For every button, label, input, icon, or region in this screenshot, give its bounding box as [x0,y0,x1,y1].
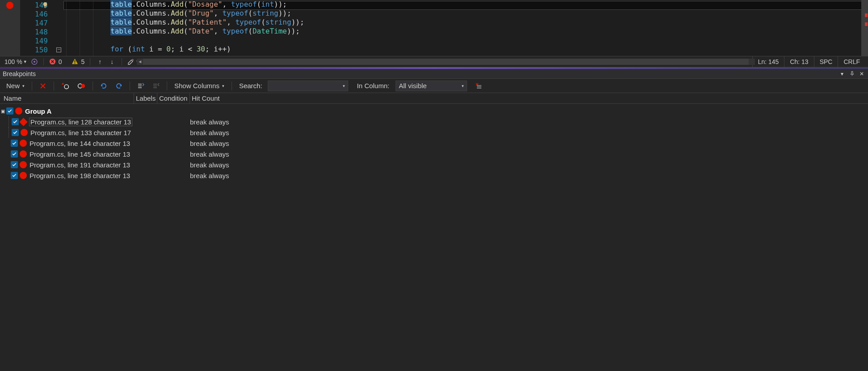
health-indicator-icon[interactable] [31,58,38,65]
close-icon[interactable]: ✕ [858,70,865,77]
cursor-column[interactable]: Ch: 13 [784,56,813,67]
search-input[interactable]: ▾ [268,81,348,91]
code-token: string [265,18,291,26]
breakpoint-row[interactable]: Program.cs, line 198 character 13break a… [0,170,868,181]
code-token: Add [171,18,184,26]
breakpoint-row[interactable]: Program.cs, line 191 character 13break a… [0,159,868,170]
go-to-disassembly-icon[interactable] [150,81,162,91]
breakpoint-name: Program.cs, line 133 character 17 [30,129,131,136]
checkbox[interactable] [6,107,13,115]
arrow-up-icon[interactable]: ↑ [96,58,104,65]
checkbox[interactable] [12,129,19,136]
hit-count: break always [190,118,229,126]
collapse-icon[interactable]: ▣ [0,108,5,114]
delete-breakpoint-icon[interactable] [37,81,49,91]
breakpoint-row[interactable]: Program.cs, line 128 character 13break a… [0,116,868,127]
code-token: , [222,0,231,9]
panel-titlebar[interactable]: Breakpoints ▾ ✕ [0,69,868,79]
code-token: "Dosage" [188,0,222,9]
svg-rect-6 [75,63,76,64]
go-to-source-icon[interactable] [135,81,147,91]
checkbox[interactable] [11,161,18,168]
code-line[interactable]: table.Columns.Add("Date", typeof(DateTim… [110,27,304,36]
code-line[interactable]: table.Columns.Add("Dosage", typeof(int))… [110,0,304,9]
horizontal-scrollbar[interactable]: ◄ ► [143,59,749,65]
hit-count: break always [190,161,229,169]
breakpoint-name: Program.cs, line 191 character 13 [29,161,130,169]
line-ending[interactable]: CRLF [838,56,865,67]
code-token: i [149,45,158,53]
export-icon[interactable] [97,81,110,91]
chevron-down-icon: ▾ [462,84,464,88]
breakpoint-row[interactable]: Program.cs, line 133 character 17break a… [0,127,868,138]
vertical-scrollbar[interactable] [861,0,868,56]
reset-search-icon[interactable] [472,81,485,91]
breakpoint-row[interactable]: Program.cs, line 145 character 13break a… [0,149,868,159]
outline-gutter[interactable] [55,0,63,56]
collapse-toggle-icon[interactable] [56,47,61,52]
code-token: ( [184,0,188,9]
import-icon[interactable] [113,81,125,91]
breakpoint-icon [15,107,22,115]
panel-title-text: Breakpoints [3,70,36,77]
checkbox[interactable] [11,140,18,147]
column-header-labels[interactable]: Labels [134,93,157,103]
code-token: , [214,27,222,35]
breakpoints-column-headers[interactable]: Name Labels Condition Hit Count [0,93,868,104]
line-number: 147 [35,19,48,27]
toggle-all-breakpoints-icon[interactable] [75,81,88,91]
code-text[interactable]: table.Columns.Add("Dosage", typeof(int))… [110,0,304,54]
code-token: int [261,0,274,9]
arrow-down-icon[interactable]: ↓ [108,58,116,65]
code-token: table [110,27,132,35]
breakpoint-glyph[interactable] [6,2,13,9]
breakpoints-tree[interactable]: ▣Group AProgram.cs, line 128 character 1… [0,104,868,183]
column-header-hitcount[interactable]: Hit Count [190,93,230,103]
code-token: ( [184,9,188,17]
code-editor[interactable]: 145 146 147 148 149 150 table.Columns.Ad… [0,0,868,56]
line-number: 150 [35,46,48,54]
breakpoints-toolbar: New ▾ Show Columns ▾ [0,79,868,93]
checkbox[interactable] [11,150,18,158]
zoom-level-dropdown[interactable]: 100 % ▼ [4,58,27,65]
hit-count: break always [190,140,229,147]
code-token: "Drug" [188,9,214,17]
checkbox[interactable] [11,172,18,179]
breakpoint-row[interactable]: Program.cs, line 144 character 13break a… [0,138,868,149]
code-line[interactable]: table.Columns.Add("Drug", typeof(string)… [110,9,304,18]
code-token: typeof [231,0,257,9]
window-position-icon[interactable]: ▾ [839,70,846,77]
code-line[interactable] [110,36,304,45]
code-token: table [110,9,132,17]
column-header-condition[interactable]: Condition [157,93,190,103]
delete-all-breakpoints-icon[interactable] [59,81,72,91]
line-number: 146 [35,10,48,18]
breakpoint-gutter[interactable] [0,0,20,56]
scroll-marker [865,22,868,26]
group-label: Group A [25,107,51,115]
svg-rect-1 [44,8,46,8]
pin-icon[interactable] [848,70,855,77]
code-token: 0 [166,45,171,53]
breakpoint-group-row[interactable]: ▣Group A [0,106,868,116]
code-line[interactable]: for (int i = 0; i < 30; i++) [110,45,304,54]
code-token: ( [248,27,253,35]
cursor-line[interactable]: Ln: 145 [752,56,784,67]
column-header-name[interactable]: Name [0,93,134,103]
chevron-down-icon: ▼ [23,60,27,64]
new-breakpoint-button[interactable]: New ▾ [4,81,27,91]
in-column-dropdown[interactable]: All visible ▾ [396,81,467,91]
code-token: table [110,18,132,26]
indent-guide [93,0,93,56]
code-token: "Patient" [188,18,227,26]
warning-count[interactable]: 5 [72,58,84,65]
lightbulb-icon[interactable] [42,2,48,8]
svg-point-11 [81,84,85,88]
checkbox[interactable] [12,118,19,125]
code-token: ( [257,0,261,9]
indent-mode[interactable]: SPC [814,56,838,67]
breakpoints-panel: Breakpoints ▾ ✕ New ▾ [0,69,868,371]
code-line[interactable]: table.Columns.Add("Patient", typeof(stri… [110,18,304,27]
error-count[interactable]: 0 [49,58,62,65]
show-columns-dropdown[interactable]: Show Columns ▾ [172,81,227,91]
